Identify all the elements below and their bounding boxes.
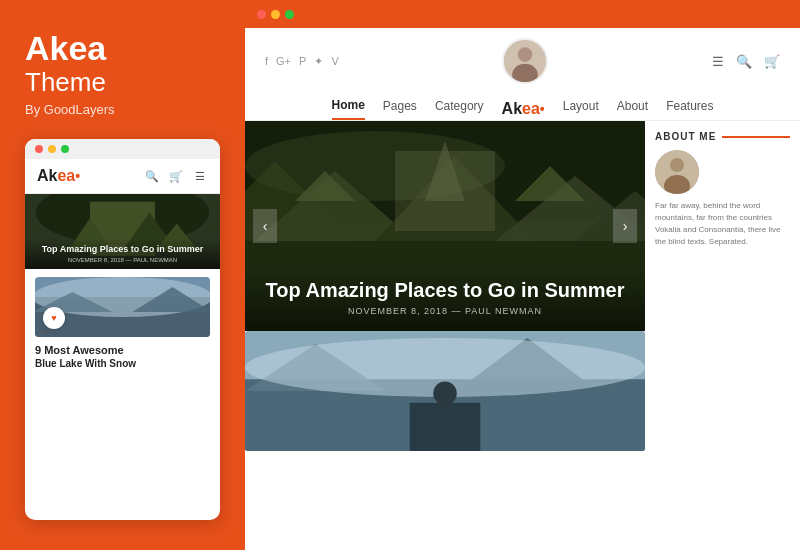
pinterest-icon[interactable]: P [299,55,306,67]
mobile-hero-overlay: Top Amazing Places to Go in Summer NOVEM… [25,238,220,270]
svg-point-12 [518,47,533,62]
desktop-topbar [245,0,800,28]
mobile-dot-red [35,145,43,153]
mobile-logo: Akea• [37,167,80,185]
desktop-hero-meta: NOVEMBER 8, 2018 — PAUL NEWMAN [265,306,625,316]
mobile-nav-icons: 🔍 🛒 ☰ [144,168,208,184]
nav-item-category[interactable]: Category [435,99,484,119]
desktop-header-right: ☰ 🔍 🛒 [712,54,780,69]
social-icons: f G+ P ✦ V [265,55,339,68]
desktop-dot-yellow [271,10,280,19]
desktop-hero: Top Amazing Places to Go in Summer NOVEM… [245,121,645,331]
brand-by: By GoodLayers [25,102,220,117]
nav-item-pages[interactable]: Pages [383,99,417,119]
mobile-preview-card: Akea• 🔍 🛒 ☰ Top Amazing Places [25,139,220,520]
mobile-dot-green [61,145,69,153]
like-count: 789 [39,329,49,335]
mobile-topbar [25,139,220,159]
vimeo-icon[interactable]: V [331,55,338,67]
mobile-hero: Top Amazing Places to Go in Summer NOVEM… [25,194,220,269]
nav-item-features[interactable]: Features [666,99,713,119]
svg-rect-31 [410,403,481,451]
brand-subtitle: Theme [25,67,220,98]
desktop-nav-logo: Akea• [502,100,545,118]
right-panel: f G+ P ✦ V ☰ [245,0,800,550]
desktop-header: f G+ P ✦ V ☰ [245,28,800,121]
desktop-dot-green [285,10,294,19]
desktop-browser: f G+ P ✦ V ☰ [245,28,800,550]
brand-title: Akea [25,30,220,67]
desktop-logo-center [502,38,548,84]
mobile-article-subtitle: Blue Lake With Snow [35,358,210,369]
desktop-nav: Home Pages Category Akea• Layout About F… [265,92,780,120]
mobile-nav: Akea• 🔍 🛒 ☰ [25,159,220,194]
hamburger-icon[interactable]: ☰ [712,54,724,69]
desktop-main: Top Amazing Places to Go in Summer NOVEM… [245,121,645,550]
facebook-icon[interactable]: f [265,55,268,67]
heart-icon: ♥ [51,313,56,323]
sidebar-text: Far far away, behind the word mountains,… [655,200,790,248]
nav-item-home[interactable]: Home [332,98,365,120]
mobile-hero-meta: NOVEMBER 8, 2018 — PAUL NEWMAN [33,257,212,263]
sidebar-about-label: ABOUT ME [655,131,790,142]
desktop-dot-red [257,10,266,19]
mobile-hero-title: Top Amazing Places to Go in Summer [33,244,212,256]
desktop-header-top: f G+ P ✦ V ☰ [265,38,780,84]
cart-icon[interactable]: 🛒 [168,168,184,184]
mobile-dot-yellow [48,145,56,153]
desktop-content: Top Amazing Places to Go in Summer NOVEM… [245,121,800,550]
desktop-hero-overlay: Top Amazing Places to Go in Summer NOVEM… [245,264,645,331]
cart-icon[interactable]: 🛒 [764,54,780,69]
svg-point-32 [433,382,457,406]
desktop-avatar [502,38,548,84]
nav-item-about[interactable]: About [617,99,648,119]
mobile-article: ♥ 789 9 Most Awesome Blue Lake With Snow [25,269,220,520]
desktop-hero-title: Top Amazing Places to Go in Summer [265,279,625,302]
mobile-article-image: ♥ 789 [35,277,210,337]
hero-next-button[interactable]: › [613,209,637,243]
sidebar-about-line [722,136,790,138]
mobile-logo-accent: ea [57,167,75,184]
sidebar-avatar [655,150,699,194]
googleplus-icon[interactable]: G+ [276,55,291,67]
desktop-article-image [245,331,645,451]
nav-item-layout[interactable]: Layout [563,99,599,119]
menu-icon[interactable]: ☰ [192,168,208,184]
svg-point-34 [670,158,684,172]
search-icon[interactable]: 🔍 [736,54,752,69]
left-panel: Akea Theme By GoodLayers Akea• 🔍 🛒 ☰ [0,0,245,550]
twitter-icon[interactable]: ✦ [314,55,323,68]
search-icon[interactable]: 🔍 [144,168,160,184]
hero-prev-button[interactable]: ‹ [253,209,277,243]
mobile-article-title: 9 Most Awesome [35,343,210,357]
desktop-sidebar: ABOUT ME Far far away, behind the word m… [645,121,800,550]
